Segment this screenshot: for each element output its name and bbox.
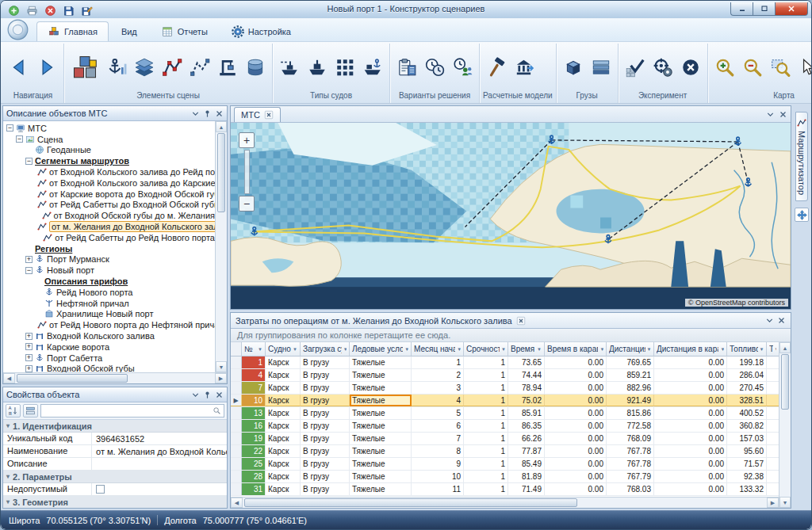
- tree-item[interactable]: от Рейд Нового порта до Нефтяной причал: [5, 319, 215, 330]
- cell-num[interactable]: 19: [242, 433, 266, 444]
- cell-ship[interactable]: Карск: [266, 369, 301, 381]
- costs-tab-close-icon[interactable]: [516, 316, 526, 326]
- column-header-ice[interactable]: Ледовые условия▼: [350, 342, 412, 357]
- tree-item[interactable]: Хранилище Новый порт: [5, 309, 215, 320]
- cell-ship[interactable]: Карск: [266, 395, 301, 406]
- column-header-month[interactable]: Месяц начала▼: [412, 342, 464, 357]
- cell-distance[interactable]: 767.79: [607, 471, 654, 482]
- chevron-down-icon[interactable]: [191, 391, 200, 399]
- cell-distance[interactable]: 815.86: [607, 407, 654, 419]
- cell-month[interactable]: 10: [412, 471, 464, 482]
- tab-nastroyka[interactable]: Настройка: [220, 21, 302, 41]
- cell-load[interactable]: В грузу: [301, 433, 350, 444]
- sort-alphabetical-button[interactable]: АЯ: [6, 404, 21, 418]
- navigate-forward-button[interactable]: [33, 49, 60, 86]
- property-row[interactable]: Описание: [3, 458, 227, 471]
- cell-distance[interactable]: 882.96: [607, 382, 654, 394]
- tab-otchety[interactable]: Отчеты: [150, 21, 219, 41]
- property-value[interactable]: [92, 458, 227, 470]
- vessel-button[interactable]: [304, 49, 331, 86]
- column-header-time[interactable]: Время▼: [508, 342, 545, 357]
- navigate-back-button[interactable]: [6, 49, 33, 86]
- scrollbar-thumb[interactable]: [217, 133, 225, 212]
- cell-num[interactable]: 31: [242, 483, 266, 495]
- grid-row[interactable]: 19КарскВ грузуТяжелые7166.260.00768.090.…: [231, 433, 779, 445]
- grid-row[interactable]: 16КарскВ грузуТяжелые6186.350.00772.580.…: [231, 420, 779, 433]
- cell-num[interactable]: 16: [242, 420, 266, 432]
- grid-row[interactable]: 28КарскВ грузуТяжелые10181.890.00767.790…: [231, 471, 779, 483]
- route-segment-button[interactable]: [159, 49, 186, 86]
- grid-row[interactable]: ▶10КарскВ грузуТяжелые4175.020.00921.490…: [231, 395, 779, 407]
- cell-distance[interactable]: 767.78: [607, 445, 654, 457]
- cell-ice[interactable]: Тяжелые: [350, 369, 412, 381]
- route-draft-button[interactable]: [186, 49, 213, 86]
- cell-fuel2[interactable]: [767, 395, 779, 406]
- cell-time[interactable]: 81.89: [508, 471, 545, 482]
- property-value[interactable]: от м. Желания до Входной Кольско...: [92, 445, 227, 457]
- zoom-in-button[interactable]: +: [239, 132, 255, 148]
- cell-distance_caravan[interactable]: 0.00: [654, 382, 727, 394]
- cell-time_caravan[interactable]: 0.00: [545, 407, 607, 419]
- zoom-out-button[interactable]: −: [239, 196, 255, 212]
- cell-ship[interactable]: Карск: [266, 420, 301, 432]
- cell-ship[interactable]: Карск: [266, 458, 301, 470]
- cell-time[interactable]: 74.44: [508, 369, 545, 381]
- scroll-left-icon[interactable]: [231, 498, 243, 508]
- cell-time[interactable]: 86.35: [508, 420, 545, 432]
- cell-load[interactable]: В грузу: [301, 445, 350, 457]
- scrollbar-thumb[interactable]: [244, 498, 577, 507]
- cell-load[interactable]: В грузу: [301, 471, 350, 482]
- cell-time[interactable]: 71.49: [508, 483, 545, 495]
- tree-item[interactable]: от Рейд Сабетты до Рейд Нового порта: [5, 232, 215, 243]
- app-menu-button[interactable]: [7, 19, 29, 40]
- cell-num[interactable]: 10: [242, 395, 266, 406]
- cell-ice[interactable]: Тяжелые: [350, 357, 412, 368]
- close-document-icon[interactable]: [779, 110, 787, 119]
- cell-ice[interactable]: Тяжелые: [350, 458, 412, 470]
- cell-month[interactable]: 8: [412, 445, 464, 457]
- minimize-button[interactable]: [730, 2, 753, 16]
- chevron-down-icon[interactable]: [766, 110, 775, 119]
- tree-item[interactable]: Геоданные: [5, 145, 215, 156]
- cell-ice[interactable]: Тяжелые: [350, 433, 412, 444]
- zoom-region-button[interactable]: [767, 49, 794, 86]
- cell-month[interactable]: 11: [412, 483, 464, 495]
- grid-horizontal-scrollbar[interactable]: [231, 497, 779, 508]
- cell-time[interactable]: 85.49: [508, 458, 545, 470]
- port-node-button[interactable]: [103, 49, 130, 86]
- grid-corner-cell[interactable]: [231, 342, 242, 357]
- cell-num[interactable]: 1: [242, 357, 266, 368]
- map-tab-mts[interactable]: МТС: [234, 107, 281, 122]
- tree-vertical-scrollbar[interactable]: [215, 121, 227, 372]
- tab-close-icon[interactable]: [264, 110, 274, 120]
- cell-time[interactable]: 75.02: [508, 395, 545, 406]
- cell-load[interactable]: В грузу: [301, 483, 350, 495]
- dock-move-handle[interactable]: [795, 208, 809, 222]
- cell-time_caravan[interactable]: 0.00: [545, 471, 607, 482]
- grid-vertical-scrollbar[interactable]: [779, 342, 791, 508]
- cell-time_caravan[interactable]: 0.00: [545, 369, 607, 381]
- cell-fuel[interactable]: 71.57: [727, 458, 767, 470]
- tree-item[interactable]: +Порт Сабетта: [5, 353, 215, 364]
- cargo-button[interactable]: [560, 49, 587, 86]
- tree-item[interactable]: +Порт Мурманск: [5, 254, 215, 265]
- column-header-load[interactable]: Загрузка судна▼: [301, 342, 350, 357]
- cell-month[interactable]: 9: [412, 458, 464, 470]
- cell-ship[interactable]: Карск: [266, 445, 301, 457]
- tree-toggle-plus-icon[interactable]: +: [25, 333, 33, 340]
- cell-fuel2[interactable]: [767, 471, 779, 482]
- column-header-num[interactable]: №▼: [242, 342, 266, 357]
- cell-fuel[interactable]: 286.04: [727, 369, 767, 381]
- chevron-down-icon[interactable]: [191, 109, 200, 118]
- print-button[interactable]: [24, 4, 40, 17]
- cell-distance_caravan[interactable]: 0.00: [654, 483, 727, 495]
- tree-item[interactable]: Рейд Нового порта: [5, 287, 215, 298]
- cell-distance[interactable]: 768.09: [607, 433, 654, 444]
- cell-num[interactable]: 4: [242, 369, 266, 381]
- property-search-input[interactable]: [44, 406, 211, 416]
- cell-urgency[interactable]: 1: [464, 471, 508, 482]
- maximize-button[interactable]: [753, 2, 775, 16]
- filter-arrow-icon[interactable]: ▼: [342, 347, 347, 352]
- titlebar[interactable]: Новый порт 1 - Конструктор сценариев: [1, 1, 811, 18]
- cell-fuel2[interactable]: [767, 483, 779, 495]
